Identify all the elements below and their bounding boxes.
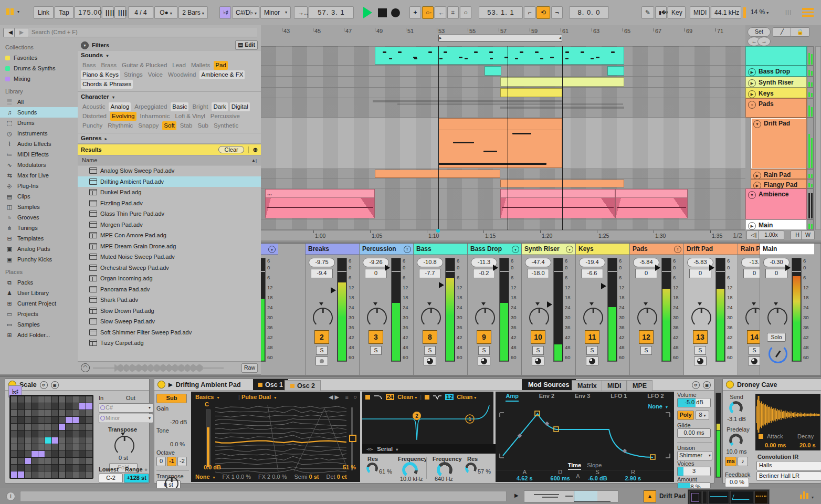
scale-grid-cell[interactable] [79,471,86,478]
tab-env3[interactable]: Env 3 [575,393,590,402]
filter1-type-icon[interactable] [373,394,383,400]
sidebar-item-tunings[interactable]: ⋔Tunings [0,223,78,233]
tab-lfo2[interactable]: LFO 2 [647,393,664,402]
tag-brass[interactable]: Brass [100,61,118,70]
clip-drift-pad[interactable] [438,118,562,168]
scale-grid-cell[interactable] [66,458,72,464]
octave-0-button[interactable]: 0 [156,457,166,466]
fade-out-handle[interactable] [361,198,374,218]
gain-display[interactable]: -19.4 [579,258,605,267]
scale-transpose-knob[interactable] [114,436,134,456]
list-item[interactable]: Analog Slow Sweep Pad.adv [78,165,261,176]
scale-grid-cell[interactable] [11,410,17,416]
freq1-value[interactable]: 10.0 kHz [400,476,423,482]
root-note-menu[interactable]: C#/D♭▾ [232,6,259,19]
track-number-badge[interactable]: 13 [693,330,708,344]
tab-midi[interactable]: MIDI [602,380,627,391]
scale-grid-cell[interactable] [11,458,17,464]
solo-button[interactable]: S [478,346,490,355]
volume-slider[interactable]: -5.0 dB [677,398,711,407]
volume-slider-handle[interactable] [439,282,447,288]
monitor-icon[interactable] [315,356,328,365]
glide-value[interactable]: 0.00 ms [677,428,711,438]
sidebar-item-templates[interactable]: ⊟Templates [0,233,78,244]
back-to-arrangement-icon[interactable]: ← [435,6,446,19]
scale-grid-cell[interactable] [45,444,51,450]
scale-grid-cell[interactable] [25,451,31,457]
scale-grid-cell[interactable] [79,396,86,403]
scale-grid-cell[interactable] [66,417,72,423]
scale-grid-cell[interactable] [31,471,38,478]
scale-grid-cell[interactable] [25,417,31,423]
volume-field[interactable]: -18.0 [527,269,549,278]
automation-arm-icon[interactable]: ○ [460,6,471,19]
scale-grid-cell[interactable] [31,465,38,471]
solo-button[interactable]: S [532,346,544,355]
fade-in-handle[interactable] [616,198,621,218]
track-play-icon[interactable]: ▶ [748,68,756,76]
scale-grid-cell[interactable] [18,451,24,457]
add-filter-button[interactable]: ⊕ [248,146,258,153]
track-header-bass-drop[interactable]: ▶Bass Drop [745,66,807,77]
strip-name-header[interactable]: ms▾ [261,244,278,255]
osc-level-slider[interactable] [206,410,210,468]
sidebar-item-add-folder-[interactable]: ⊞Add Folder... [0,330,78,340]
scale-grid-cell[interactable] [66,403,72,410]
lowest-value[interactable]: C-2 [99,474,123,483]
list-item[interactable]: Panorama Pad.adv [78,284,261,295]
raw-button[interactable]: Raw [241,363,258,373]
scale-grid-cell[interactable] [18,437,24,444]
mixer-strip-synth-riser[interactable]: Synth Riser▾-47.4-18.0606121824303642486… [522,244,576,375]
tab-mod-sources[interactable]: Mod Sources [522,379,576,390]
clip-ambience[interactable] [615,189,688,218]
vertical-scrollbar[interactable] [815,46,821,230]
monitor-icon[interactable] [478,356,490,365]
mixer-strip-ms[interactable]: ms▾31060612182430364248601S [261,244,306,375]
scale-grid-cell[interactable] [11,471,17,478]
scale-grid-cell[interactable] [52,451,58,457]
wt-list-icon[interactable]: ≡ [345,394,349,400]
filter-group-character[interactable]: Character ▾ [78,92,261,100]
time-ruler[interactable]: 1/2 1:001:051:101:151:201:251:301:35 [261,230,745,240]
scale-grid-cell[interactable] [52,458,58,464]
scale-grid-cell[interactable] [11,403,17,410]
results-name-column-header[interactable]: Name▲| [78,155,261,165]
clip-ambience[interactable] [500,189,615,218]
clip-bass-drop[interactable] [607,66,624,76]
fade-out-handle[interactable] [673,198,687,218]
scale-grid-cell[interactable] [11,424,17,430]
scale-grid-cell[interactable] [18,471,24,478]
filters-edit-button[interactable]: ▤ Edit [235,40,258,50]
clip-rain-pad[interactable] [375,170,500,178]
arrangement-canvas[interactable]: ... [261,46,745,230]
predelay-value[interactable]: 10.0 ms [725,448,748,455]
track-number-badge[interactable]: 8 [423,330,437,344]
scale-grid-cell[interactable] [72,417,79,423]
scale-grid-cell[interactable] [45,471,51,478]
device-chain-preview[interactable] [688,489,770,504]
scale-grid-cell[interactable] [59,417,65,423]
sidebar-item-mixing[interactable]: Mixing [0,74,78,84]
fade-in-handle[interactable] [501,198,506,218]
gain-value[interactable]: -20 dB [170,419,189,425]
track-number-badge[interactable]: 3 [369,330,383,344]
pan-knob[interactable] [313,308,333,328]
loop-button[interactable]: ⟲ [536,6,550,19]
strip-name-header[interactable]: Percussion≡ [360,244,414,255]
browser-forward-button[interactable]: ▶ [14,28,29,37]
tag-guitar-plucked[interactable]: Guitar & Plucked [120,61,169,70]
pan-knob[interactable] [637,308,657,328]
scale-grid-cell[interactable] [25,403,31,410]
scale-grid-cell[interactable] [52,430,58,437]
gain-display[interactable]: -10.8 [417,258,443,267]
tag-distorted[interactable]: Distorted [81,112,108,121]
punch-out-icon[interactable]: ¬ [551,6,563,19]
cpu-load-field[interactable]: 14 %▾ [747,6,772,19]
volume-field[interactable]: 0 [765,269,787,278]
scale-grid[interactable] [9,395,93,479]
scale-grid-cell[interactable] [79,417,86,423]
scale-grid-cell[interactable] [31,430,38,437]
filter-curve[interactable]: 2 1 [362,402,493,443]
scale-grid-cell[interactable] [72,424,79,430]
det-value[interactable]: 0 ct [337,474,347,480]
